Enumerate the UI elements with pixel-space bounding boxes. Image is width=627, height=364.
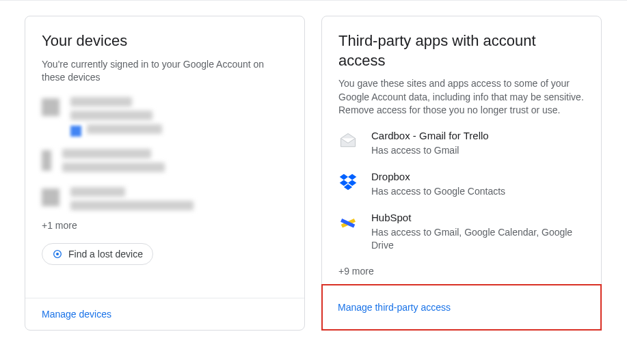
app-access-description: Has access to Gmail, Google Calendar, Go… [371,226,585,252]
dropbox-icon [338,172,358,191]
device-status-dot [70,126,81,137]
device-row[interactable] [42,97,288,138]
find-lost-device-label: Find a lost device [68,249,143,260]
app-row[interactable]: Dropbox Has access to Google Contacts [338,171,585,198]
hubspot-icon [338,213,358,232]
device-icon [42,98,59,116]
devices-title: Your devices [42,31,288,51]
device-detail-redacted [62,163,165,172]
find-lost-device-button[interactable]: Find a lost device [42,243,153,265]
svg-point-1 [56,253,59,255]
app-access-description: Has access to Gmail [371,144,489,157]
app-row[interactable]: Cardbox - Gmail for Trello Has access to… [338,130,585,157]
device-icon [42,150,51,171]
thirdparty-description: You gave these sites and apps access to … [338,77,585,117]
device-detail-redacted [70,111,152,120]
manage-third-party-highlight: Manage third-party access [321,284,602,331]
apps-more-count[interactable]: +9 more [338,266,585,277]
manage-devices-link[interactable]: Manage devices [42,309,111,320]
device-detail-redacted [87,124,162,134]
app-access-description: Has access to Google Contacts [371,185,505,198]
device-row[interactable] [42,187,288,214]
devices-description: You're currently signed in to your Googl… [42,58,288,85]
app-name: Dropbox [371,171,505,182]
your-devices-card: Your devices You're currently signed in … [25,16,305,331]
third-party-apps-card: Third-party apps with account access You… [321,16,602,331]
device-icon [42,188,59,206]
device-row[interactable] [42,149,288,176]
target-icon [52,249,63,260]
app-name: HubSpot [371,212,585,223]
device-detail-redacted [70,201,194,210]
envelope-icon [338,131,358,150]
device-name-redacted [70,187,125,197]
app-row[interactable]: HubSpot Has access to Gmail, Google Cale… [338,212,585,252]
device-name-redacted [62,149,151,158]
thirdparty-title: Third-party apps with account access [338,31,585,70]
app-name: Cardbox - Gmail for Trello [371,130,489,141]
devices-more-count[interactable]: +1 more [42,220,288,231]
device-name-redacted [70,97,132,107]
manage-third-party-access-link[interactable]: Manage third-party access [338,302,451,313]
